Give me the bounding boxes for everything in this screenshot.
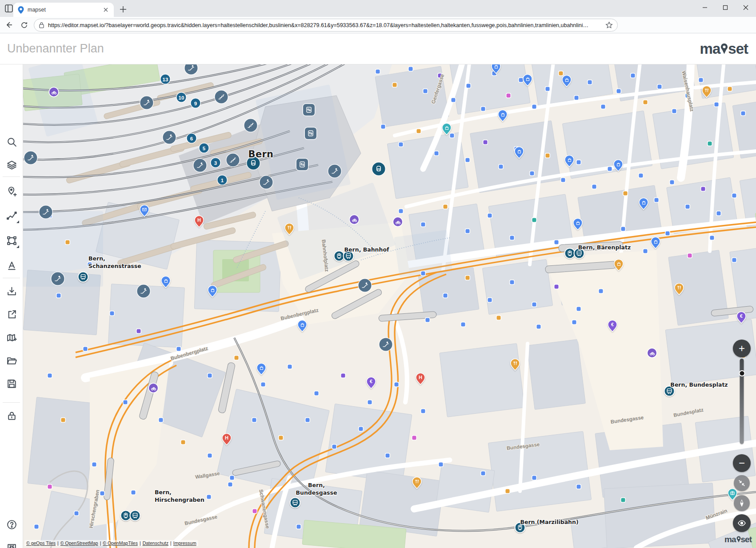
- window-minimize-button[interactable]: [695, 0, 715, 15]
- elevator-badge: [305, 128, 316, 139]
- attribution-link[interactable]: © OpenStreetMap: [60, 540, 98, 546]
- poi-dot: [48, 485, 52, 489]
- lock-tool[interactable]: [3, 407, 20, 424]
- plan-title-input[interactable]: Unbenannter Plan: [7, 42, 104, 56]
- new-tab-button[interactable]: [118, 4, 129, 15]
- escalator-badge: [328, 165, 341, 178]
- escalator-icon: [188, 64, 195, 72]
- bike-badge: [393, 217, 402, 226]
- poi-dot: [617, 89, 621, 93]
- bike-icon: [649, 350, 655, 356]
- map-pin-rest: [412, 476, 422, 491]
- map-canvas[interactable]: H H € € € H 131096531BernBern, BahnhofBe…: [23, 64, 756, 548]
- shop-glyph: [500, 112, 505, 117]
- poi-dot: [499, 165, 503, 169]
- attribution-link[interactable]: © geOps Tiles: [26, 540, 56, 546]
- bus-icon: [80, 274, 87, 280]
- poi-dot: [92, 463, 96, 467]
- hospital-glyph: H: [416, 373, 425, 382]
- select-transform-tool-icon: [6, 235, 17, 246]
- restaurant-glyph: [287, 225, 292, 230]
- window-close-button[interactable]: [736, 0, 756, 15]
- poi-dot: [624, 192, 628, 196]
- search-tool[interactable]: [3, 133, 20, 151]
- download-tool[interactable]: [3, 282, 20, 300]
- tram-icon: [123, 512, 129, 519]
- map-pin-rest: [284, 223, 294, 237]
- open-plan-tool[interactable]: [3, 352, 20, 369]
- zoom-out-button[interactable]: −: [733, 454, 751, 472]
- tab-strip: mapset: [0, 0, 756, 17]
- restaurant-glyph: [704, 88, 709, 93]
- shop-glyph: [300, 322, 305, 327]
- feedback-button[interactable]: [3, 539, 20, 548]
- share-tool[interactable]: [3, 305, 20, 323]
- attribution-link[interactable]: © OpenMapTiles: [103, 540, 138, 546]
- workspaces-icon[interactable]: [4, 4, 13, 13]
- poi-dot: [66, 240, 70, 244]
- help-button[interactable]: [3, 516, 20, 533]
- poi-dot: [75, 512, 79, 516]
- bike-badge: [648, 348, 656, 357]
- compass-button[interactable]: [734, 495, 750, 511]
- poi-dot: [235, 356, 239, 360]
- map-pin-mail: [140, 204, 149, 219]
- poi-dot: [672, 109, 676, 113]
- add-pin-tool-icon: [6, 186, 17, 197]
- map-pin-bag: [562, 75, 572, 89]
- zoom-slider-handle[interactable]: [739, 370, 745, 376]
- poi-dot: [484, 140, 488, 144]
- map-pin-bag: [297, 320, 307, 334]
- map-pin-bag: [639, 197, 648, 212]
- draw-line-tool[interactable]: [3, 207, 20, 224]
- browser-tab[interactable]: mapset: [13, 3, 114, 17]
- text-tool[interactable]: [3, 256, 20, 274]
- window-maximize-button[interactable]: [715, 0, 736, 15]
- visibility-button[interactable]: [733, 514, 751, 532]
- poi-dot: [577, 160, 581, 164]
- shop-glyph: [576, 220, 580, 225]
- bike-icon: [395, 219, 401, 225]
- poi-dot: [507, 94, 511, 98]
- save-tool[interactable]: [3, 375, 20, 392]
- app-header: Unbenannter Plan maset: [0, 33, 756, 64]
- poi-dot: [699, 78, 703, 82]
- elevator-badge: [303, 104, 315, 116]
- refresh-button[interactable]: [18, 19, 30, 31]
- bus-icon: [666, 388, 673, 395]
- attribution-link[interactable]: Datenschutz: [143, 540, 168, 546]
- select-transform-tool[interactable]: [3, 232, 20, 249]
- restaurant-glyph: [414, 479, 420, 484]
- bookmark-star-icon[interactable]: [605, 21, 613, 29]
- shop-glyph: [616, 261, 621, 266]
- add-pin-tool[interactable]: [3, 182, 20, 200]
- attribution-link[interactable]: Impressum: [173, 540, 196, 546]
- layers-tool[interactable]: [3, 156, 20, 174]
- fit-extent-button[interactable]: [734, 475, 750, 491]
- poi-dot: [621, 227, 625, 231]
- platform-number: 13: [161, 75, 170, 84]
- new-plan-tool[interactable]: [3, 328, 20, 346]
- back-button[interactable]: [3, 19, 15, 31]
- escalator-icon: [140, 288, 148, 295]
- poi-dot: [61, 418, 65, 422]
- help-button-icon: [6, 519, 17, 530]
- map-pin-bag: [651, 236, 660, 251]
- shop-glyph: [567, 157, 572, 162]
- poi-dot: [655, 198, 659, 202]
- poi-dot: [608, 167, 612, 171]
- poi-dot: [261, 383, 265, 387]
- poi-dot: [592, 185, 596, 189]
- poi-dot: [532, 218, 536, 222]
- address-bar[interactable]: https://editor.mapset.io/?baselayer=worl…: [34, 19, 618, 32]
- poi-dot: [177, 347, 181, 351]
- zoom-in-button[interactable]: +: [733, 340, 751, 357]
- elevator-icon: [305, 106, 312, 113]
- tab-close-icon[interactable]: [102, 6, 109, 13]
- poi-dot: [532, 476, 536, 480]
- poi-dot: [230, 476, 234, 480]
- zoom-slider[interactable]: [740, 359, 744, 444]
- poi-dot: [488, 214, 492, 218]
- restaurant-glyph: [676, 285, 682, 290]
- toolbar-divider: [3, 176, 20, 177]
